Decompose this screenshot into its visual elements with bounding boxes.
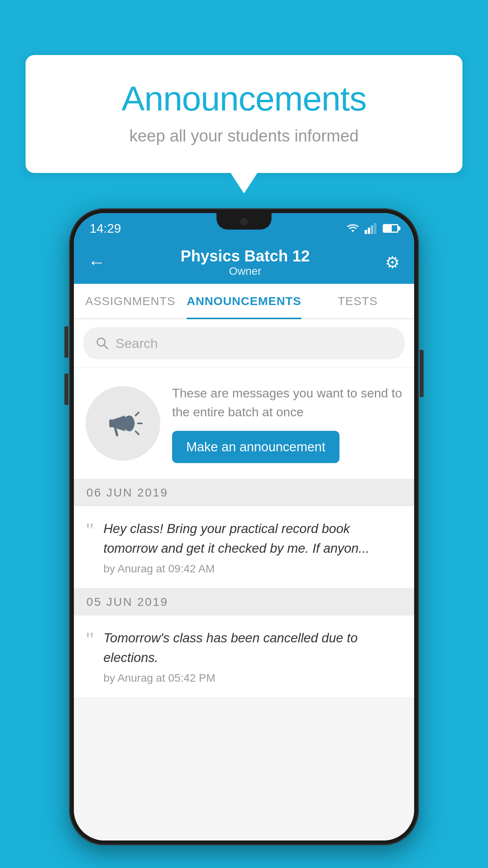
- phone-screen: 14:29: [74, 213, 414, 840]
- promo-right: These are messages you want to send to t…: [172, 384, 402, 463]
- phone-outer: 14:29: [69, 208, 419, 845]
- status-icons: [346, 223, 398, 234]
- back-button[interactable]: ←: [88, 252, 105, 272]
- svg-rect-2: [368, 228, 370, 234]
- announcement-icon-circle: [86, 386, 160, 461]
- tabs-bar: ASSIGNMENTS ANNOUNCEMENTS TESTS: [74, 284, 414, 319]
- speech-bubble: Announcements keep all your students inf…: [26, 55, 462, 173]
- svg-line-12: [136, 431, 139, 434]
- header-center: Physics Batch 12 Owner: [180, 247, 310, 278]
- promo-section: These are messages you want to send to t…: [74, 368, 414, 479]
- search-placeholder: Search: [116, 336, 158, 351]
- signal-icon: [365, 223, 376, 234]
- svg-rect-3: [371, 225, 373, 234]
- tab-tests[interactable]: TESTS: [301, 284, 414, 318]
- search-icon: [95, 336, 109, 350]
- bubble-title: Announcements: [57, 79, 431, 119]
- date-separator-1: 06 JUN 2019: [74, 479, 414, 506]
- announcement-text-2: Tomorrow's class has been cancelled due …: [103, 628, 402, 667]
- svg-line-10: [136, 412, 139, 416]
- tab-assignments[interactable]: ASSIGNMENTS: [74, 284, 187, 318]
- promo-description: These are messages you want to send to t…: [172, 384, 402, 421]
- volume-down-button: [64, 373, 68, 405]
- battery-icon: [383, 224, 398, 233]
- announcement-meta-1: by Anurag at 09:42 AM: [103, 563, 402, 575]
- announcement-meta-2: by Anurag at 05:42 PM: [103, 672, 402, 684]
- date-label-2: 05 JUN 2019: [86, 595, 168, 609]
- app-header: ← Physics Batch 12 Owner ⚙: [74, 241, 414, 284]
- search-bar[interactable]: Search: [83, 327, 405, 359]
- phone-notch: [216, 213, 272, 230]
- phone-content: 14:29: [74, 213, 414, 840]
- date-label-1: 06 JUN 2019: [86, 486, 168, 499]
- announcement-item-2[interactable]: " Tomorrow's class has been cancelled du…: [74, 616, 414, 697]
- header-title: Physics Batch 12: [180, 247, 310, 265]
- speech-bubble-section: Announcements keep all your students inf…: [26, 55, 462, 173]
- make-announcement-button[interactable]: Make an announcement: [172, 431, 339, 463]
- phone-mockup: 14:29: [69, 208, 419, 845]
- svg-line-9: [115, 428, 117, 435]
- tab-announcements[interactable]: ANNOUNCEMENTS: [187, 284, 301, 318]
- status-time: 14:29: [90, 221, 121, 236]
- settings-icon[interactable]: ⚙: [385, 253, 400, 272]
- power-button: [420, 350, 424, 397]
- svg-rect-8: [109, 419, 114, 427]
- announcement-content-1: Hey class! Bring your practical record b…: [103, 519, 402, 575]
- announcement-text-1: Hey class! Bring your practical record b…: [103, 519, 402, 558]
- announcement-item-1[interactable]: " Hey class! Bring your practical record…: [74, 506, 414, 588]
- quote-icon-1: ": [86, 520, 94, 541]
- volume-up-button: [64, 326, 68, 358]
- content-area: Search: [74, 319, 414, 840]
- camera-dot: [240, 218, 248, 226]
- date-separator-2: 05 JUN 2019: [74, 588, 414, 616]
- megaphone-icon: [103, 404, 143, 443]
- header-subtitle: Owner: [180, 265, 310, 278]
- svg-rect-4: [374, 223, 376, 234]
- svg-line-6: [104, 345, 108, 349]
- wifi-icon: [346, 223, 360, 234]
- quote-icon-2: ": [86, 630, 94, 650]
- svg-rect-1: [365, 230, 367, 234]
- bubble-subtitle: keep all your students informed: [57, 127, 431, 145]
- search-bar-container: Search: [74, 319, 414, 367]
- svg-marker-0: [351, 230, 354, 232]
- announcement-content-2: Tomorrow's class has been cancelled due …: [103, 628, 402, 684]
